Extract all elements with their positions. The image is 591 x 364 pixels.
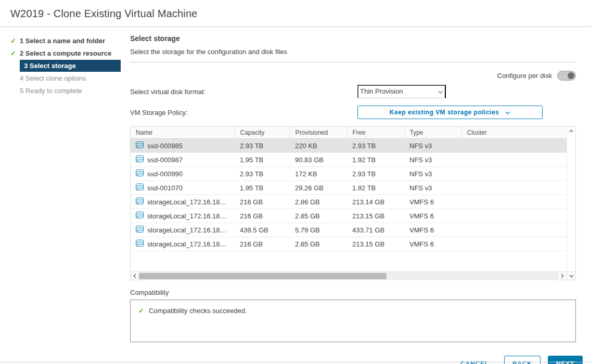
type-cell: VMFS 6 xyxy=(404,195,461,209)
disk-format-label: Select virtual disk format: xyxy=(130,88,357,96)
scroll-right-icon[interactable] xyxy=(558,272,567,280)
datastore-icon xyxy=(136,226,144,234)
column-header-capacity[interactable]: Capacity xyxy=(235,127,290,139)
free-cell: 213.14 GB xyxy=(347,195,404,209)
free-cell: 2.93 TB xyxy=(347,139,404,153)
table-row[interactable]: ssd-000990 2.93 TB 172 KB 2.93 TB NFS v3 xyxy=(131,167,567,181)
capacity-cell: 216 GB xyxy=(235,195,290,209)
sidebar-step-select-storage[interactable]: 3 Select storage xyxy=(10,59,121,72)
type-cell: VMFS 6 xyxy=(404,209,461,223)
step-label: 2 Select a compute resource xyxy=(20,47,121,59)
datastore-icon xyxy=(136,198,144,206)
sidebar-step-compute-resource[interactable]: ✓ 2 Select a compute resource xyxy=(10,47,121,59)
sidebar-step-name-and-folder[interactable]: ✓ 1 Select a name and folder xyxy=(10,34,121,47)
scrollbar-track[interactable] xyxy=(139,272,558,280)
step-heading: Select storage xyxy=(130,34,576,43)
clone-vm-wizard: W2019 - Clone Existing Virtual Machine ✓… xyxy=(0,0,591,364)
table-row[interactable]: ssd-000985 2.93 TB 220 KB 2.93 TB NFS v3 xyxy=(131,139,567,153)
compatibility-box: ✓Compatibility checks succeeded. xyxy=(130,300,576,342)
free-cell: 1.92 TB xyxy=(347,181,404,195)
cluster-cell xyxy=(461,195,567,209)
datastore-icon xyxy=(136,184,144,192)
capacity-cell: 216 GB xyxy=(235,209,290,223)
sidebar-step-ready-to-complete: 5 Ready to complete xyxy=(10,84,121,97)
sidebar-step-clone-options: 4 Select clone options xyxy=(10,72,121,84)
datastore-table: Name Capacity Provisioned Free Type Clus… xyxy=(130,126,576,280)
configure-per-disk-toggle[interactable] xyxy=(557,71,576,81)
datastore-icon xyxy=(136,212,144,220)
step-label: 5 Ready to complete xyxy=(20,85,121,97)
wizard-steps-sidebar: ✓ 1 Select a name and folder ✓ 2 Select … xyxy=(0,27,121,364)
free-cell: 2.93 TB xyxy=(347,167,404,181)
table-row[interactable]: storageLocal_172.16.186.... 216 GB 2.85 … xyxy=(131,237,567,251)
scroll-down-icon[interactable] xyxy=(567,272,575,280)
free-cell: 433.71 GB xyxy=(347,223,404,237)
table-header-row: Name Capacity Provisioned Free Type Clus… xyxy=(131,127,567,139)
cluster-cell xyxy=(461,237,567,251)
datastore-name: ssd-000990 xyxy=(147,170,183,178)
provisioned-cell: 2.86 GB xyxy=(290,195,347,209)
datastore-icon xyxy=(136,141,144,150)
column-header-cluster[interactable]: Cluster xyxy=(461,127,567,139)
type-cell: VMFS 6 xyxy=(404,237,461,251)
cluster-cell xyxy=(461,139,567,153)
compatibility-label: Compatibility xyxy=(130,289,576,296)
table-row[interactable]: storageLocal_172.16.186.... 216 GB 2.86 … xyxy=(131,195,567,209)
type-cell: VMFS 6 xyxy=(404,223,461,237)
storage-policy-label: VM Storage Policy: xyxy=(130,109,357,116)
compatibility-message: Compatibility checks succeeded. xyxy=(149,307,247,315)
scroll-up-icon[interactable] xyxy=(569,129,574,133)
success-check-icon: ✓ xyxy=(138,307,144,315)
storage-policy-dropdown[interactable]: Keep existing VM storage policies xyxy=(357,106,543,119)
cluster-cell xyxy=(461,209,567,223)
provisioned-cell: 2.85 GB xyxy=(290,237,347,251)
type-cell: NFS v3 xyxy=(404,139,461,153)
page-title: W2019 - Clone Existing Virtual Machine xyxy=(10,8,581,20)
datastore-name: storageLocal_172.16.186.... xyxy=(147,240,229,248)
scrollbar-thumb[interactable] xyxy=(139,273,387,279)
table-row[interactable]: storageLocal_172.16.186.51 216 GB 2.85 G… xyxy=(131,209,567,223)
capacity-cell: 216 GB xyxy=(235,237,290,251)
free-cell: 213.15 GB xyxy=(347,209,404,223)
scroll-left-icon[interactable] xyxy=(131,272,139,280)
provisioned-cell: 2.85 GB xyxy=(290,209,347,223)
datastore-icon xyxy=(136,155,144,164)
capacity-cell: 2.93 TB xyxy=(235,167,290,181)
capacity-cell: 1.95 TB xyxy=(235,181,290,195)
step-label: 4 Select clone options xyxy=(20,72,121,84)
vertical-scrollbar[interactable] xyxy=(567,127,575,271)
wizard-titlebar: W2019 - Clone Existing Virtual Machine xyxy=(0,0,591,27)
horizontal-scrollbar[interactable] xyxy=(131,271,575,280)
column-header-free[interactable]: Free xyxy=(347,127,404,139)
table-row[interactable]: storageLocal_172.16.186.... 439.5 GB 5.7… xyxy=(131,223,567,237)
type-cell: NFS v3 xyxy=(404,153,461,167)
column-header-provisioned[interactable]: Provisioned xyxy=(290,127,347,139)
next-button[interactable]: NEXT xyxy=(548,356,583,364)
disk-format-select[interactable]: Thin Provision xyxy=(357,85,446,98)
cluster-cell xyxy=(461,223,567,237)
datastore-icon xyxy=(136,240,144,248)
cluster-cell xyxy=(461,153,567,167)
cluster-cell xyxy=(461,167,567,181)
cancel-button[interactable]: CANCEL xyxy=(453,356,497,364)
cluster-cell xyxy=(461,181,567,195)
step-complete-check-icon: ✓ xyxy=(10,49,20,57)
table-row[interactable]: ssd-001070 1.95 TB 29.26 GB 1.92 TB NFS … xyxy=(131,181,567,195)
column-header-type[interactable]: Type xyxy=(404,127,461,139)
storage-policy-value: Keep existing VM storage policies xyxy=(390,109,499,116)
free-cell: 1.92 TB xyxy=(347,153,404,167)
column-header-name[interactable]: Name xyxy=(131,127,235,139)
back-button[interactable]: BACK xyxy=(504,356,541,364)
provisioned-cell: 220 KB xyxy=(290,139,347,153)
capacity-cell: 2.93 TB xyxy=(235,139,290,153)
step-complete-check-icon: ✓ xyxy=(10,37,20,45)
step-label: 3 Select storage xyxy=(20,60,121,72)
provisioned-cell: 29.26 GB xyxy=(290,181,347,195)
step-content-pane: Select storage Select the storage for th… xyxy=(121,27,591,364)
datastore-icon xyxy=(136,170,144,178)
configure-per-disk-label: Configure per disk xyxy=(497,72,553,80)
type-cell: NFS v3 xyxy=(404,181,461,195)
table-row[interactable]: ssd-000987 1.95 TB 90.83 GB 1.92 TB NFS … xyxy=(131,153,567,167)
toggle-knob xyxy=(568,72,574,79)
datastore-name: storageLocal_172.16.186.... xyxy=(147,226,229,234)
